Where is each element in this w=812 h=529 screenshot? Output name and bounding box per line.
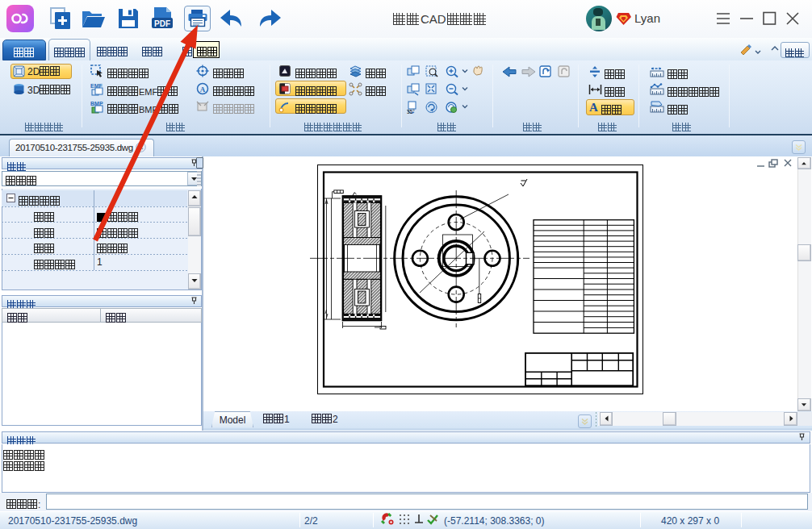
svg-text:35°: 35° <box>407 109 415 114</box>
